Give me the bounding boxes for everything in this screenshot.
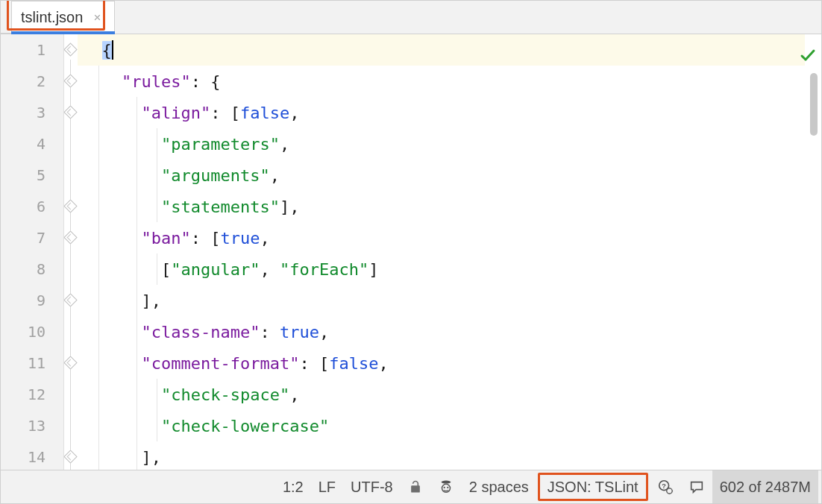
fold-column [64,34,78,470]
line-separator-label: LF [319,479,336,496]
code-line[interactable]: "check-lowercase" [82,410,805,441]
token-punct: ], [141,292,161,310]
token-keyword: true [280,323,319,341]
status-indent[interactable]: 2 spaces [462,470,536,503]
token-string: "check-space" [161,385,289,404]
unlock-icon [408,479,423,494]
token-string: "arguments" [161,166,270,185]
code-line[interactable]: "statements"], [82,191,805,222]
fold-toggle-icon[interactable] [63,42,77,56]
svg-point-3 [447,487,448,488]
status-caret-position[interactable]: 1:2 [275,470,311,503]
code-line[interactable]: ["angular", "forEach"] [82,253,805,285]
token-punct: ] [368,260,378,279]
token-punct: : [260,323,280,341]
token-punct: ], [280,198,300,216]
code-line[interactable]: "parameters", [82,128,805,160]
tab-bar-gap [1,1,11,34]
status-language[interactable]: JSON: TSLint [538,473,648,501]
code-line[interactable]: "comment-format": [false, [82,347,805,379]
fold-toggle-icon[interactable] [63,356,77,369]
status-notifications[interactable] [681,470,712,503]
line-number[interactable]: 9 [1,285,63,316]
token-punct: , [260,260,280,279]
token-punct: , [280,135,289,154]
check-icon [799,42,817,66]
line-number[interactable]: 1 [1,34,63,66]
token-punct: , [378,354,388,373]
line-number[interactable]: 4 [1,128,63,160]
token-string: "forEach" [280,260,368,279]
line-number[interactable]: 7 [1,222,63,253]
token-punct: , [260,229,269,248]
token-punct: , [319,323,329,341]
fold-toggle-icon[interactable] [63,105,77,119]
line-number[interactable]: 11 [1,347,63,379]
token-punct: ], [141,448,161,467]
svg-text:?: ? [662,482,666,490]
fold-toggle-icon[interactable] [63,199,77,212]
line-number[interactable]: 8 [1,253,63,285]
line-number[interactable]: 2 [1,66,63,97]
encoding-label: UTF-8 [351,479,393,496]
token-punct: : [ [299,354,329,373]
token-keyword: true [220,229,260,248]
fold-toggle-icon[interactable] [63,230,77,244]
fold-toggle-icon[interactable] [63,74,77,87]
token-keyword: false [329,354,378,373]
fold-toggle-icon[interactable] [63,293,77,306]
code-line[interactable]: { [78,34,805,66]
line-number[interactable]: 14 [1,441,63,470]
status-line-separator[interactable]: LF [311,470,343,503]
line-number[interactable]: 13 [1,410,63,441]
analysis-bar [805,34,821,470]
scrollbar-thumb[interactable] [810,73,818,136]
code-line[interactable]: "check-space", [82,379,805,410]
status-readonly-toggle[interactable] [401,470,430,503]
line-number[interactable]: 12 [1,379,63,410]
code-line[interactable]: "arguments", [82,160,805,191]
token-key: "rules" [122,72,191,91]
token-key: "comment-format" [141,354,299,373]
tab-bar: tslint.json × [1,1,821,34]
line-number[interactable]: 6 [1,191,63,222]
gutter[interactable]: 1 2 3 4 5 6 7 8 9 10 11 12 13 14 [1,34,64,470]
fold-toggle-icon[interactable] [63,450,77,463]
token-punct: , [289,104,299,122]
editor-tab-active[interactable]: tslint.json × [11,1,115,34]
line-number[interactable]: 10 [1,316,63,347]
caret-position-label: 1:2 [283,479,304,496]
close-icon[interactable]: × [90,11,104,25]
token-key: "ban" [141,229,190,248]
help-gear-icon: ? [657,479,674,495]
token-punct: , [289,385,299,404]
token-punct: [ [161,260,171,279]
code-line[interactable]: ], [82,441,805,470]
token-string: "check-lowercase" [161,417,329,435]
chat-bubble-icon [688,479,705,495]
code-line[interactable]: "ban": [true, [82,222,805,253]
status-help[interactable]: ? [650,470,681,503]
line-number[interactable]: 3 [1,97,63,128]
status-inspections-profile[interactable] [430,470,462,503]
language-label: JSON: TSLint [548,479,639,496]
text-cursor [112,40,113,60]
status-encoding[interactable]: UTF-8 [343,470,401,503]
line-number[interactable]: 5 [1,160,63,191]
code-line[interactable]: ], [82,285,805,316]
inspector-icon [438,479,454,495]
memory-label: 602 of 2487M [720,479,811,496]
code-area[interactable]: { "rules": { "align": [false, "parameter… [78,34,805,470]
fold-guide [70,60,71,470]
token-punct: : [ [191,229,221,248]
code-line[interactable]: "align": [false, [82,97,805,128]
status-memory-indicator[interactable]: 602 of 2487M [712,470,818,503]
token-string: "angular" [171,260,260,279]
token-keyword: false [240,104,289,122]
tab-filename: tslint.json [19,9,84,26]
token-key: "align" [141,104,210,122]
token-punct: : { [191,72,221,91]
code-line[interactable]: "rules": { [82,66,805,97]
code-line[interactable]: "class-name": true, [82,316,805,347]
editor[interactable]: 1 2 3 4 5 6 7 8 9 10 11 12 13 14 { "rule… [1,34,821,470]
